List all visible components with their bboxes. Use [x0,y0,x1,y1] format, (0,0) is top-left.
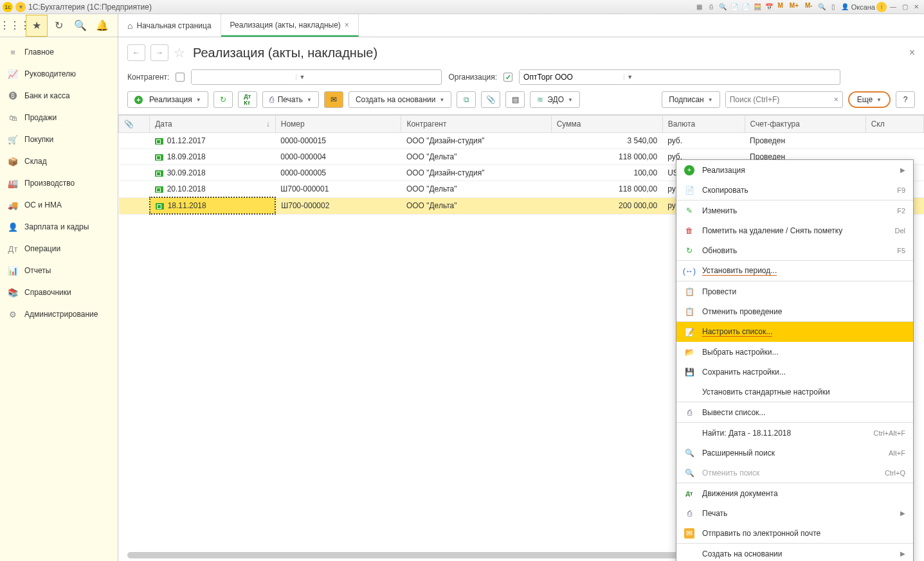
edo-button[interactable]: ≋ЭДО▼ [530,91,580,108]
ctx-refresh[interactable]: ↻ОбновитьF5 [676,240,913,260]
close-page-icon[interactable]: × [909,47,915,58]
search-icon[interactable]: 🔍 [718,2,728,12]
tab-realization[interactable]: Реализация (акты, накладные) × [221,14,359,37]
column-header[interactable]: Валюта [662,116,745,133]
ctx-edit[interactable]: ✎ИзменитьF2 [676,200,913,220]
sidebar-item-8[interactable]: 👤Зарплата и кадры [0,216,118,238]
info-icon[interactable]: i [876,2,887,12]
counterparty-combo[interactable]: ▼ [191,69,442,85]
mail-icon[interactable]: ✉ [324,91,343,108]
ctx-print[interactable]: ⎙Печать▶ [676,503,913,523]
apps-icon[interactable]: ⋮⋮⋮ [4,15,26,37]
create-based-button[interactable]: Создать на основании▼ [349,91,451,108]
related-docs-icon[interactable]: ⧉ [457,91,476,108]
nav-back-button[interactable]: ← [127,44,145,61]
magnify-icon[interactable]: 🔍 [69,15,91,37]
org-combo[interactable]: ▼ [519,69,840,85]
mplus-button[interactable]: M+ [787,2,801,12]
ctx-std-settings[interactable]: Установить стандартные настройки [676,382,913,402]
sidebar-item-11[interactable]: 📚Справочники [0,281,118,303]
org-input[interactable] [520,70,624,84]
ctx-cancel-search[interactable]: 🔍Отменить поискCtrl+Q [676,463,913,483]
counterparty-checkbox[interactable] [176,73,185,82]
sidebar-item-0[interactable]: ≡Главное [0,41,118,63]
table-row[interactable]: 01.12.20170000-000015ООО "Дизайн-студия"… [119,133,924,149]
chevron-down-icon[interactable]: ▼ [296,74,307,80]
calc-icon[interactable]: 🧮 [752,2,763,12]
ctx-create-based[interactable]: Создать на основании▶ [676,544,913,561]
chevron-down-icon[interactable]: ▼ [624,74,635,80]
m-button[interactable]: M [775,2,786,12]
ctx-copy[interactable]: 📄СкопироватьF9 [676,180,913,200]
signed-button[interactable]: Подписан▼ [662,91,720,108]
bookmark-star-icon[interactable]: ☆ [174,45,185,60]
ctx-save-settings[interactable]: 💾Сохранить настройки... [676,362,913,382]
zoom-icon[interactable]: 🔍 [817,2,827,12]
tool-icon[interactable]: ▦ [694,2,705,12]
ctx-adv-search[interactable]: 🔍Расширенный поискAlt+F [676,443,913,463]
docflow-icon[interactable]: ▤ [505,91,525,108]
help-button[interactable]: ? [896,91,915,108]
print-button[interactable]: ⎙Печать▼ [262,91,319,108]
dtk-icon[interactable]: ДтКт [238,91,257,108]
ctx-movements[interactable]: ДтДвижения документа [676,483,913,503]
search-input[interactable] [726,92,830,107]
ctx-set-period[interactable]: (↔)Установить период... [676,261,913,281]
nav-forward-button[interactable]: → [150,44,168,61]
sidebar-item-3[interactable]: 🛍Продажи [0,107,118,129]
sidebar-icon: 👤 [8,222,18,232]
tab-close-icon[interactable]: × [345,21,349,30]
column-header[interactable]: 📎 [119,116,150,133]
org-checkbox[interactable] [503,73,512,82]
clear-search-icon[interactable]: × [830,95,842,104]
search-box[interactable]: × [725,91,843,108]
sidebar-item-1[interactable]: 📈Руководителю [0,63,118,85]
ctx-email[interactable]: ✉Отправить по электронной почте [676,523,913,543]
column-header[interactable]: Сумма [551,116,662,133]
refresh-icon[interactable]: ↻ [213,91,233,108]
ctx-output-list[interactable]: ⎙Вывести список... [676,402,913,422]
attach-icon[interactable]: 📎 [481,91,500,108]
history-icon[interactable]: ↻ [48,15,69,37]
mminus-button[interactable]: M- [802,2,815,12]
counterparty-input[interactable] [192,70,296,84]
column-header[interactable]: Номер [275,116,401,133]
ctx-mark-delete[interactable]: 🗑Пометить на удаление / Снять пометкуDel [676,220,913,240]
ctx-realization[interactable]: +Реализация▶ [676,160,913,180]
column-header[interactable]: Счет-фактура [745,116,865,133]
sidebar-item-9[interactable]: ДтОперации [0,238,118,260]
bell-icon[interactable]: 🔔 [91,15,113,37]
tab-home[interactable]: Начальная страница [118,14,221,37]
sheet-icon[interactable]: 📄 [741,2,751,12]
sidebar-item-4[interactable]: 🛒Покупки [0,129,118,150]
sidebar-item-12[interactable]: ⚙Администрирование [0,303,118,325]
panel-icon[interactable]: ▯ [828,2,838,12]
sidebar-item-2[interactable]: 🅑Банк и касса [0,85,118,107]
minimize-icon[interactable]: — [888,2,898,12]
column-header[interactable]: Дата [150,116,276,133]
sidebar-icon: ⚙ [8,309,18,319]
ctx-post[interactable]: 📋Провести [676,281,913,301]
sidebar-icon: 📊 [8,265,18,276]
ctx-find[interactable]: Найти: Дата - 18.11.2018Ctrl+Alt+F [676,423,913,443]
print-icon[interactable]: ⎙ [706,2,716,12]
realization-button[interactable]: Реализация▼ [127,91,208,108]
doc-icon[interactable]: 📄 [729,2,739,12]
sidebar-item-10[interactable]: 📊Отчеты [0,260,118,281]
ctx-configure-list[interactable]: 📝Настроить список... [676,322,913,342]
close-window-icon[interactable]: ✕ [911,2,921,12]
maximize-icon[interactable]: ▢ [900,2,910,12]
app-menu-icon[interactable]: ▾ [15,2,26,12]
ctx-unpost[interactable]: 📋Отменить проведение [676,301,913,321]
more-button[interactable]: Еще▼ [848,91,891,108]
calendar-icon[interactable]: 📅 [764,2,774,12]
sidebar-item-7[interactable]: 🚚ОС и НМА [0,194,118,216]
column-header[interactable]: Контрагент [401,116,551,133]
sidebar-item-label: Администрирование [24,310,98,319]
sidebar-item-6[interactable]: 🏭Производство [0,172,118,194]
sidebar-item-label: Банк и касса [24,91,70,100]
favorite-icon[interactable]: ★ [26,15,48,37]
column-header[interactable]: Скл [865,116,923,133]
ctx-select-settings[interactable]: 📂Выбрать настройки... [676,342,913,362]
sidebar-item-5[interactable]: 📦Склад [0,150,118,172]
